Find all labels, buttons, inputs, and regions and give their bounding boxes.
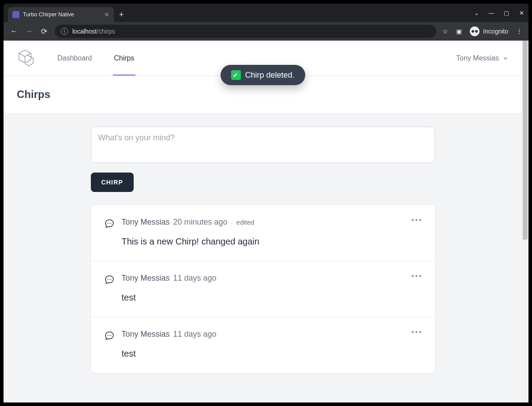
chirp-item: Tony Messias 20 minutes ago · edited Thi… xyxy=(91,205,435,261)
chirp-content: This is a new Chirp! changed again xyxy=(122,237,422,247)
window-maximize-icon[interactable]: ▢ xyxy=(503,10,510,16)
reload-icon[interactable]: ⟳ xyxy=(40,27,49,36)
site-info-icon[interactable]: i xyxy=(61,28,68,35)
tab-title: Turbo Chirper Native xyxy=(23,11,101,18)
url-text: localhost/chirps xyxy=(72,28,115,35)
chirp-author: Tony Messias xyxy=(122,330,170,339)
svg-point-1 xyxy=(109,223,110,224)
compose-textarea[interactable] xyxy=(91,127,435,163)
url-input[interactable]: i localhost/chirps xyxy=(55,25,436,38)
new-tab-button[interactable]: + xyxy=(114,7,129,22)
chirps-feed: Tony Messias 20 minutes ago · edited Thi… xyxy=(91,205,435,373)
tab-close-icon[interactable]: ✕ xyxy=(104,11,109,18)
chirp-author: Tony Messias xyxy=(122,274,170,283)
bookmark-star-icon[interactable]: ☆ xyxy=(442,28,448,35)
chirp-meta: Tony Messias 11 days ago xyxy=(122,274,422,283)
browser-tab[interactable]: Turbo Chirper Native ✕ xyxy=(8,7,114,22)
svg-point-6 xyxy=(107,335,108,336)
window-close-icon[interactable]: ✕ xyxy=(518,10,525,16)
browser-menu-icon[interactable]: ⋮ xyxy=(516,28,522,35)
page-content: ✓ Chirp deleted. xyxy=(4,41,522,402)
chirp-item: Tony Messias 11 days ago test ••• xyxy=(91,261,435,317)
user-menu[interactable]: Tony Messias xyxy=(456,54,509,62)
chirp-content: test xyxy=(122,349,422,359)
chirp-timestamp: 11 days ago xyxy=(173,274,217,283)
window-minimize-icon[interactable]: — xyxy=(488,10,495,16)
tab-overflow-icon[interactable]: ⌄ xyxy=(473,10,480,16)
panel-icon[interactable]: ▣ xyxy=(456,28,462,35)
speech-bubble-icon xyxy=(104,274,115,285)
chirp-author: Tony Messias xyxy=(122,218,170,227)
chirp-timestamp: 20 minutes ago xyxy=(173,218,228,227)
user-name: Tony Messias xyxy=(456,54,499,62)
scrollbar-thumb[interactable] xyxy=(523,41,528,240)
svg-point-5 xyxy=(110,279,111,280)
chirp-actions-menu[interactable]: ••• xyxy=(412,328,423,337)
chirp-meta: Tony Messias 11 days ago xyxy=(122,330,422,339)
browser-tab-bar: Turbo Chirper Native ✕ + ⌄ — ▢ ✕ xyxy=(4,4,528,22)
chirp-meta: Tony Messias 20 minutes ago · edited xyxy=(122,218,422,227)
chirp-submit-button[interactable]: CHIRP xyxy=(91,173,134,192)
svg-point-7 xyxy=(109,335,110,336)
chirp-content: test xyxy=(122,293,422,303)
chirp-actions-menu[interactable]: ••• xyxy=(412,216,423,225)
speech-bubble-icon xyxy=(104,331,115,341)
back-icon[interactable]: ← xyxy=(10,27,19,36)
app-logo-icon xyxy=(17,49,35,68)
toast-notification: ✓ Chirp deleted. xyxy=(220,65,305,85)
separator-dot: · xyxy=(231,218,233,226)
svg-point-4 xyxy=(109,279,110,280)
nav-chirps[interactable]: Chirps xyxy=(114,41,134,75)
favicon-icon xyxy=(12,11,19,18)
svg-point-2 xyxy=(110,223,111,224)
speech-bubble-icon xyxy=(104,218,115,229)
chevron-down-icon xyxy=(502,55,509,61)
chirp-edited-label: edited xyxy=(236,218,255,226)
incognito-indicator[interactable]: Incognito xyxy=(470,26,508,36)
chirp-actions-menu[interactable]: ••• xyxy=(412,272,423,281)
nav-dashboard[interactable]: Dashboard xyxy=(57,41,92,75)
toast-message: Chirp deleted. xyxy=(245,71,294,80)
chirp-item: Tony Messias 11 days ago test ••• xyxy=(91,317,435,373)
svg-point-0 xyxy=(107,223,108,224)
svg-point-3 xyxy=(107,279,108,280)
browser-address-bar: ← → ⟳ i localhost/chirps ☆ ▣ Incognito ⋮ xyxy=(4,22,528,41)
svg-point-8 xyxy=(110,335,111,336)
check-icon: ✓ xyxy=(231,70,240,80)
chirp-timestamp: 11 days ago xyxy=(173,330,217,339)
compose-form: CHIRP xyxy=(91,127,435,192)
forward-icon[interactable]: → xyxy=(25,27,34,36)
page-title: Chirps xyxy=(17,88,509,101)
incognito-icon xyxy=(470,26,480,36)
scrollbar[interactable] xyxy=(522,41,528,402)
